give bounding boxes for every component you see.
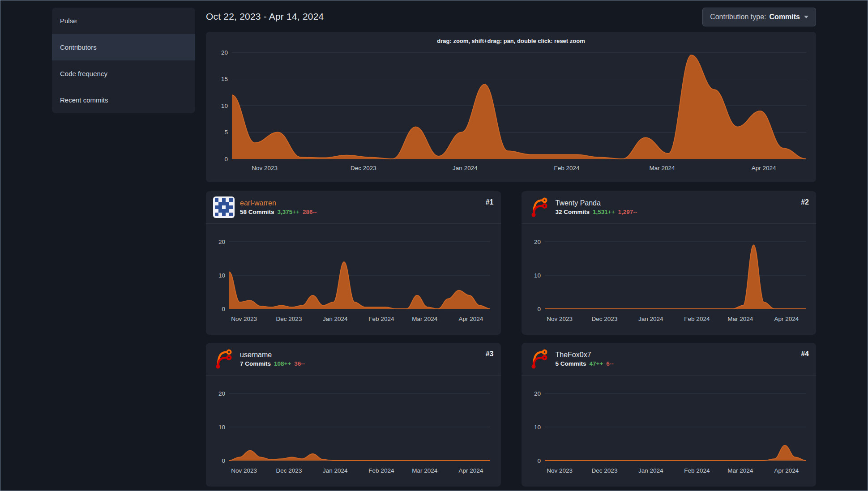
contributor-stats: 58 Commits 3,375++ 286-- [240, 209, 317, 215]
svg-text:0: 0 [222, 306, 225, 312]
contributor-commits-chart[interactable]: 01020Nov 2023Dec 2023Jan 2024Feb 2024Mar… [529, 235, 809, 325]
contributor-header: earl-warren 58 Commits 3,375++ 286-- #1 [206, 191, 501, 224]
contributor-deletions: 1,297-- [618, 209, 637, 215]
svg-text:10: 10 [218, 424, 225, 431]
avatar[interactable] [213, 348, 235, 370]
svg-text:Jan 2024: Jan 2024 [638, 316, 663, 322]
svg-text:20: 20 [218, 239, 225, 245]
sidebar-item-pulse[interactable]: Pulse [52, 8, 195, 34]
svg-text:Apr 2024: Apr 2024 [774, 467, 799, 474]
contributor-deletions: 6-- [606, 360, 614, 367]
contributor-header: TheFox0x7 5 Commits 47++ 6-- #4 [522, 343, 817, 376]
svg-text:Mar 2024: Mar 2024 [412, 467, 438, 474]
contributor-stats: 5 Commits 47++ 6-- [556, 360, 614, 367]
svg-text:Mar 2024: Mar 2024 [727, 316, 753, 322]
svg-text:Dec 2023: Dec 2023 [276, 467, 302, 474]
contribution-type-dropdown[interactable]: Contribution type: Commits [702, 8, 816, 26]
contributor-identity: TheFox0x7 5 Commits 47++ 6-- [556, 351, 614, 367]
svg-text:Apr 2024: Apr 2024 [774, 316, 799, 322]
sidebar-item-contributors[interactable]: Contributors [52, 34, 195, 60]
contributor-card-2: Twenty Panda 32 Commits 1,531++ 1,297-- … [522, 191, 817, 335]
svg-text:Feb 2024: Feb 2024 [554, 165, 580, 171]
overall-commits-chart[interactable]: 05101520Nov 2023Dec 2023Jan 2024Feb 2024… [213, 48, 810, 174]
svg-text:Feb 2024: Feb 2024 [684, 467, 710, 474]
svg-text:20: 20 [534, 390, 540, 397]
contributors-page: Pulse Contributors Code frequency Recent… [0, 0, 868, 487]
contributor-rank: #1 [486, 196, 494, 206]
svg-text:20: 20 [221, 49, 228, 56]
contributor-card-1: earl-warren 58 Commits 3,375++ 286-- #1 … [206, 191, 501, 335]
svg-text:Feb 2024: Feb 2024 [684, 316, 710, 322]
svg-text:Mar 2024: Mar 2024 [727, 467, 753, 474]
contributor-rank: #4 [801, 348, 809, 358]
contributor-identity: Twenty Panda 32 Commits 1,531++ 1,297-- [556, 199, 637, 215]
svg-text:Nov 2023: Nov 2023 [231, 467, 257, 474]
svg-text:Dec 2023: Dec 2023 [591, 316, 617, 322]
svg-text:0: 0 [537, 306, 541, 312]
main-content: Oct 22, 2023 - Apr 14, 2024 Contribution… [206, 8, 816, 487]
contributors-grid: earl-warren 58 Commits 3,375++ 286-- #1 … [206, 191, 816, 487]
contributor-card-3: username 7 Commits 108++ 36-- #3 01020No… [206, 343, 501, 487]
svg-text:20: 20 [218, 390, 225, 397]
avatar[interactable] [529, 348, 550, 370]
svg-text:5: 5 [224, 129, 228, 136]
contributor-name-link[interactable]: earl-warren [240, 199, 317, 207]
svg-text:Nov 2023: Nov 2023 [231, 316, 257, 322]
contributor-commits: 7 Commits [240, 360, 271, 367]
avatar[interactable] [213, 196, 235, 218]
svg-text:10: 10 [534, 424, 540, 431]
svg-text:Nov 2023: Nov 2023 [547, 467, 573, 474]
contributor-name-link[interactable]: TheFox0x7 [556, 351, 614, 359]
contributor-additions: 47++ [590, 360, 603, 367]
avatar[interactable] [529, 196, 550, 218]
contributor-name-link[interactable]: Twenty Panda [556, 199, 637, 207]
contributor-identity: earl-warren 58 Commits 3,375++ 286-- [240, 199, 317, 215]
contributor-card-4: TheFox0x7 5 Commits 47++ 6-- #4 01020Nov… [522, 343, 817, 487]
svg-text:Dec 2023: Dec 2023 [276, 316, 302, 322]
svg-text:Mar 2024: Mar 2024 [649, 165, 675, 171]
svg-text:Mar 2024: Mar 2024 [412, 316, 438, 322]
svg-text:Apr 2024: Apr 2024 [458, 467, 483, 474]
date-range-title: Oct 22, 2023 - Apr 14, 2024 [206, 8, 324, 22]
svg-text:10: 10 [534, 272, 540, 279]
contributor-rank: #2 [801, 196, 809, 206]
sidebar-item-recent-commits[interactable]: Recent commits [52, 87, 195, 113]
contributor-commits-chart[interactable]: 01020Nov 2023Dec 2023Jan 2024Feb 2024Mar… [529, 387, 809, 477]
contributor-stats: 32 Commits 1,531++ 1,297-- [556, 209, 637, 215]
contributor-header: username 7 Commits 108++ 36-- #3 [206, 343, 501, 376]
svg-text:Jan 2024: Jan 2024 [323, 316, 348, 322]
overall-chart-card: drag: zoom, shift+drag: pan, double clic… [206, 32, 816, 182]
contributor-additions: 3,375++ [278, 209, 300, 215]
svg-text:Dec 2023: Dec 2023 [351, 165, 376, 171]
activity-sidebar: Pulse Contributors Code frequency Recent… [52, 8, 195, 487]
contributor-additions: 1,531++ [593, 209, 615, 215]
svg-text:10: 10 [218, 272, 225, 279]
svg-text:Apr 2024: Apr 2024 [458, 316, 483, 322]
contributor-header: Twenty Panda 32 Commits 1,531++ 1,297-- … [522, 191, 817, 224]
contributor-chart-wrap: 01020Nov 2023Dec 2023Jan 2024Feb 2024Mar… [206, 376, 501, 487]
contributor-deletions: 36-- [294, 360, 305, 367]
svg-text:Nov 2023: Nov 2023 [547, 316, 573, 322]
svg-text:10: 10 [221, 102, 228, 109]
contributor-commits: 32 Commits [556, 209, 590, 215]
chevron-down-icon [804, 16, 808, 18]
contributor-rank: #3 [486, 348, 494, 358]
svg-text:Jan 2024: Jan 2024 [323, 467, 348, 474]
svg-text:0: 0 [224, 156, 228, 162]
svg-text:0: 0 [537, 457, 541, 464]
svg-text:Dec 2023: Dec 2023 [591, 467, 617, 474]
contributor-deletions: 286-- [303, 209, 317, 215]
contributor-stats: 7 Commits 108++ 36-- [240, 360, 305, 367]
contributor-chart-wrap: 01020Nov 2023Dec 2023Jan 2024Feb 2024Mar… [522, 224, 817, 335]
svg-text:15: 15 [221, 76, 228, 82]
contributor-commits: 58 Commits [240, 209, 274, 215]
svg-text:Feb 2024: Feb 2024 [368, 467, 394, 474]
contributor-chart-wrap: 01020Nov 2023Dec 2023Jan 2024Feb 2024Mar… [522, 376, 817, 487]
contribution-type-value: Commits [770, 13, 800, 21]
contributor-commits-chart[interactable]: 01020Nov 2023Dec 2023Jan 2024Feb 2024Mar… [213, 235, 494, 325]
main-header: Oct 22, 2023 - Apr 14, 2024 Contribution… [206, 8, 816, 26]
contributor-name-link[interactable]: username [240, 351, 305, 359]
activity-menu: Pulse Contributors Code frequency Recent… [52, 8, 195, 113]
sidebar-item-code-frequency[interactable]: Code frequency [52, 60, 195, 87]
contributor-commits-chart[interactable]: 01020Nov 2023Dec 2023Jan 2024Feb 2024Mar… [213, 387, 494, 477]
